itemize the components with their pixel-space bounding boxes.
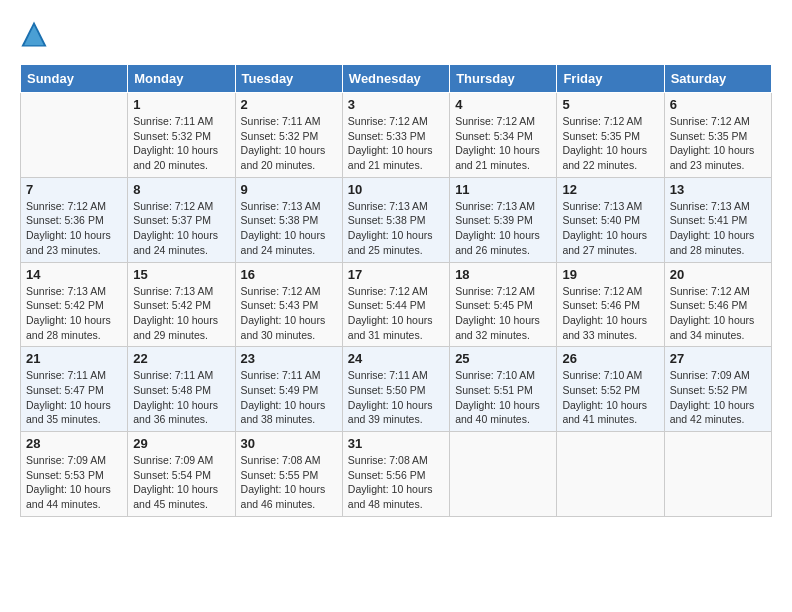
calendar-cell <box>21 93 128 178</box>
calendar-cell: 30Sunrise: 7:08 AM Sunset: 5:55 PM Dayli… <box>235 432 342 517</box>
day-number: 3 <box>348 97 444 112</box>
calendar-cell: 19Sunrise: 7:12 AM Sunset: 5:46 PM Dayli… <box>557 262 664 347</box>
day-number: 19 <box>562 267 658 282</box>
day-info: Sunrise: 7:12 AM Sunset: 5:35 PM Dayligh… <box>562 114 658 173</box>
day-number: 12 <box>562 182 658 197</box>
day-info: Sunrise: 7:11 AM Sunset: 5:49 PM Dayligh… <box>241 368 337 427</box>
calendar-cell: 24Sunrise: 7:11 AM Sunset: 5:50 PM Dayli… <box>342 347 449 432</box>
day-info: Sunrise: 7:08 AM Sunset: 5:55 PM Dayligh… <box>241 453 337 512</box>
day-info: Sunrise: 7:11 AM Sunset: 5:47 PM Dayligh… <box>26 368 122 427</box>
calendar-cell: 17Sunrise: 7:12 AM Sunset: 5:44 PM Dayli… <box>342 262 449 347</box>
day-info: Sunrise: 7:12 AM Sunset: 5:46 PM Dayligh… <box>670 284 766 343</box>
calendar-cell <box>664 432 771 517</box>
day-info: Sunrise: 7:12 AM Sunset: 5:43 PM Dayligh… <box>241 284 337 343</box>
day-number: 25 <box>455 351 551 366</box>
header-cell-friday: Friday <box>557 65 664 93</box>
day-info: Sunrise: 7:13 AM Sunset: 5:42 PM Dayligh… <box>26 284 122 343</box>
calendar-cell: 5Sunrise: 7:12 AM Sunset: 5:35 PM Daylig… <box>557 93 664 178</box>
day-number: 15 <box>133 267 229 282</box>
header-cell-thursday: Thursday <box>450 65 557 93</box>
day-number: 5 <box>562 97 658 112</box>
day-number: 4 <box>455 97 551 112</box>
calendar-header: SundayMondayTuesdayWednesdayThursdayFrid… <box>21 65 772 93</box>
calendar-cell: 23Sunrise: 7:11 AM Sunset: 5:49 PM Dayli… <box>235 347 342 432</box>
calendar-cell <box>450 432 557 517</box>
calendar-cell: 9Sunrise: 7:13 AM Sunset: 5:38 PM Daylig… <box>235 177 342 262</box>
calendar-cell: 21Sunrise: 7:11 AM Sunset: 5:47 PM Dayli… <box>21 347 128 432</box>
calendar-cell: 14Sunrise: 7:13 AM Sunset: 5:42 PM Dayli… <box>21 262 128 347</box>
calendar-cell: 12Sunrise: 7:13 AM Sunset: 5:40 PM Dayli… <box>557 177 664 262</box>
header-cell-saturday: Saturday <box>664 65 771 93</box>
header-cell-wednesday: Wednesday <box>342 65 449 93</box>
day-info: Sunrise: 7:10 AM Sunset: 5:51 PM Dayligh… <box>455 368 551 427</box>
week-row-5: 28Sunrise: 7:09 AM Sunset: 5:53 PM Dayli… <box>21 432 772 517</box>
day-number: 6 <box>670 97 766 112</box>
calendar-cell: 15Sunrise: 7:13 AM Sunset: 5:42 PM Dayli… <box>128 262 235 347</box>
day-number: 13 <box>670 182 766 197</box>
day-info: Sunrise: 7:12 AM Sunset: 5:46 PM Dayligh… <box>562 284 658 343</box>
day-info: Sunrise: 7:08 AM Sunset: 5:56 PM Dayligh… <box>348 453 444 512</box>
calendar-cell: 31Sunrise: 7:08 AM Sunset: 5:56 PM Dayli… <box>342 432 449 517</box>
day-number: 1 <box>133 97 229 112</box>
calendar-cell: 7Sunrise: 7:12 AM Sunset: 5:36 PM Daylig… <box>21 177 128 262</box>
day-info: Sunrise: 7:12 AM Sunset: 5:34 PM Dayligh… <box>455 114 551 173</box>
day-number: 18 <box>455 267 551 282</box>
calendar-cell: 6Sunrise: 7:12 AM Sunset: 5:35 PM Daylig… <box>664 93 771 178</box>
calendar-cell: 11Sunrise: 7:13 AM Sunset: 5:39 PM Dayli… <box>450 177 557 262</box>
day-info: Sunrise: 7:09 AM Sunset: 5:52 PM Dayligh… <box>670 368 766 427</box>
header-cell-tuesday: Tuesday <box>235 65 342 93</box>
calendar-cell: 28Sunrise: 7:09 AM Sunset: 5:53 PM Dayli… <box>21 432 128 517</box>
day-number: 14 <box>26 267 122 282</box>
day-number: 20 <box>670 267 766 282</box>
day-number: 31 <box>348 436 444 451</box>
day-number: 24 <box>348 351 444 366</box>
day-info: Sunrise: 7:11 AM Sunset: 5:32 PM Dayligh… <box>133 114 229 173</box>
day-number: 27 <box>670 351 766 366</box>
header-cell-sunday: Sunday <box>21 65 128 93</box>
calendar-cell: 27Sunrise: 7:09 AM Sunset: 5:52 PM Dayli… <box>664 347 771 432</box>
day-number: 10 <box>348 182 444 197</box>
calendar-cell: 22Sunrise: 7:11 AM Sunset: 5:48 PM Dayli… <box>128 347 235 432</box>
week-row-1: 1Sunrise: 7:11 AM Sunset: 5:32 PM Daylig… <box>21 93 772 178</box>
day-number: 23 <box>241 351 337 366</box>
day-info: Sunrise: 7:10 AM Sunset: 5:52 PM Dayligh… <box>562 368 658 427</box>
day-number: 9 <box>241 182 337 197</box>
day-number: 22 <box>133 351 229 366</box>
day-info: Sunrise: 7:13 AM Sunset: 5:39 PM Dayligh… <box>455 199 551 258</box>
calendar-cell <box>557 432 664 517</box>
page-header <box>20 20 772 48</box>
day-number: 28 <box>26 436 122 451</box>
logo <box>20 20 52 48</box>
day-number: 16 <box>241 267 337 282</box>
day-info: Sunrise: 7:12 AM Sunset: 5:35 PM Dayligh… <box>670 114 766 173</box>
header-cell-monday: Monday <box>128 65 235 93</box>
day-number: 8 <box>133 182 229 197</box>
day-info: Sunrise: 7:12 AM Sunset: 5:45 PM Dayligh… <box>455 284 551 343</box>
day-number: 21 <box>26 351 122 366</box>
calendar-cell: 16Sunrise: 7:12 AM Sunset: 5:43 PM Dayli… <box>235 262 342 347</box>
header-row: SundayMondayTuesdayWednesdayThursdayFrid… <box>21 65 772 93</box>
calendar-cell: 18Sunrise: 7:12 AM Sunset: 5:45 PM Dayli… <box>450 262 557 347</box>
day-number: 7 <box>26 182 122 197</box>
day-info: Sunrise: 7:13 AM Sunset: 5:40 PM Dayligh… <box>562 199 658 258</box>
logo-icon <box>20 20 48 48</box>
day-info: Sunrise: 7:12 AM Sunset: 5:44 PM Dayligh… <box>348 284 444 343</box>
day-info: Sunrise: 7:13 AM Sunset: 5:38 PM Dayligh… <box>348 199 444 258</box>
day-info: Sunrise: 7:13 AM Sunset: 5:38 PM Dayligh… <box>241 199 337 258</box>
calendar-cell: 20Sunrise: 7:12 AM Sunset: 5:46 PM Dayli… <box>664 262 771 347</box>
calendar-cell: 13Sunrise: 7:13 AM Sunset: 5:41 PM Dayli… <box>664 177 771 262</box>
calendar-cell: 2Sunrise: 7:11 AM Sunset: 5:32 PM Daylig… <box>235 93 342 178</box>
day-info: Sunrise: 7:11 AM Sunset: 5:32 PM Dayligh… <box>241 114 337 173</box>
day-number: 26 <box>562 351 658 366</box>
day-number: 17 <box>348 267 444 282</box>
calendar-body: 1Sunrise: 7:11 AM Sunset: 5:32 PM Daylig… <box>21 93 772 517</box>
day-info: Sunrise: 7:13 AM Sunset: 5:41 PM Dayligh… <box>670 199 766 258</box>
calendar-cell: 3Sunrise: 7:12 AM Sunset: 5:33 PM Daylig… <box>342 93 449 178</box>
day-number: 2 <box>241 97 337 112</box>
day-info: Sunrise: 7:11 AM Sunset: 5:48 PM Dayligh… <box>133 368 229 427</box>
week-row-2: 7Sunrise: 7:12 AM Sunset: 5:36 PM Daylig… <box>21 177 772 262</box>
day-info: Sunrise: 7:12 AM Sunset: 5:33 PM Dayligh… <box>348 114 444 173</box>
calendar-table: SundayMondayTuesdayWednesdayThursdayFrid… <box>20 64 772 517</box>
day-info: Sunrise: 7:11 AM Sunset: 5:50 PM Dayligh… <box>348 368 444 427</box>
calendar-cell: 4Sunrise: 7:12 AM Sunset: 5:34 PM Daylig… <box>450 93 557 178</box>
